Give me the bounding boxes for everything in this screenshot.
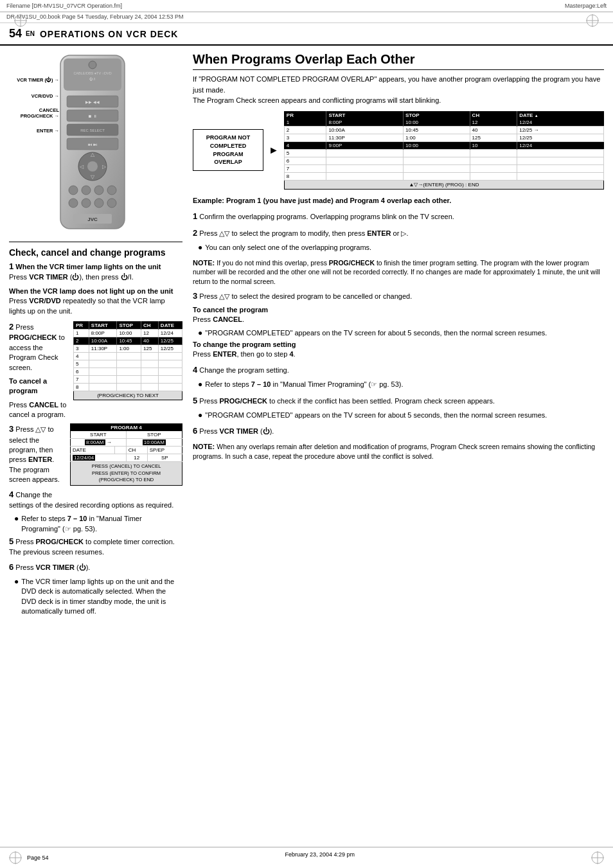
bullet-dot-rc: ● <box>198 328 202 337</box>
prog4-footer3: (PROG/CHECK) TO END <box>99 477 154 483</box>
prog4-spep-label: SP/EP <box>147 447 182 454</box>
prog-check-note: PROG/CHECK <box>329 259 375 267</box>
r-note-2-label: NOTE: <box>193 443 215 450</box>
step-3-number: 3 <box>9 424 13 434</box>
prog-check-bold-5: PROG/CHECK <box>35 538 84 545</box>
step-4-text: 4 Change the settings of the desired rec… <box>9 489 182 511</box>
footer-left: Page 54 <box>9 851 49 864</box>
left-section-divider <box>9 242 182 242</box>
footer-crosshair-right <box>591 851 604 864</box>
r-step-5-bullet: ● "PROGRAM COMPLETED" appears on the TV … <box>198 411 604 420</box>
bullet-dot-r2: ● <box>198 243 202 252</box>
svg-point-11 <box>94 186 103 195</box>
footer-page-num: Page 54 <box>27 855 49 861</box>
prog-check-table-wrapper: PR START STOP CH DATE 18:00P10:001212/24… <box>73 321 182 400</box>
r-cancel-text: Press CANCEL. <box>193 315 604 324</box>
cancel-sub-bold: To cancel a program <box>9 377 47 394</box>
r-step-4-bullet: ● Refer to steps 7 – 10 in "Manual Timer… <box>198 380 604 389</box>
table-row: 4 <box>74 353 182 360</box>
oth-pr: PR <box>284 111 326 119</box>
r-cancel-bullet-text: "PROGRAM COMPLETED" appears on the TV sc… <box>205 328 547 338</box>
enter-label: ENTER→ <box>9 128 59 134</box>
table-footer-cell: (PROG/CHECK) TO NEXT <box>74 391 182 400</box>
cancel-bold: CANCEL <box>29 401 58 409</box>
svg-text:⏻/I: ⏻/I <box>89 77 96 81</box>
r-step-2-num: 2 <box>193 228 197 238</box>
filename-label: Filename [DR-MV1SU_07VCR Operation.fm] <box>6 3 122 9</box>
oth-start: START <box>326 111 404 119</box>
step-1-text: Press VCR TIMER (⏻), then press ⏻/I. <box>9 272 182 282</box>
svg-text:REC SELECT: REC SELECT <box>80 128 105 132</box>
oth-ch: CH <box>470 111 517 119</box>
r-step-5-bullet-text: "PROGRAM COMPLETED" appears on the TV sc… <box>205 411 547 420</box>
oth-stop: STOP <box>404 111 470 119</box>
prog4-ch-label-cell <box>115 447 126 454</box>
prog4-values-row: 12/24/04 12 SP <box>71 454 182 462</box>
r-cancel-bullet: ● "PROGRAM COMPLETED" appears on the TV … <box>198 328 604 338</box>
svg-text:▽: ▽ <box>91 174 95 180</box>
r-step-4-bullet-text: Refer to steps 7 – 10 in "Manual Timer P… <box>205 380 403 389</box>
svg-point-2 <box>89 61 96 69</box>
r-step-6-num: 6 <box>193 426 197 436</box>
r-step-5-block: 5 Press PROG/CHECK to check if the confl… <box>193 395 604 421</box>
vcr-timer-label: VCR TIMER (⏻)→ <box>9 78 59 83</box>
cancel-label: CANCELPROG/CHECK→ <box>9 108 59 119</box>
page-title: OPERATIONS ON VCR DECK <box>40 29 178 39</box>
step-3-block: PROGRAM 4 START STOP 8:00AM → 10:00AM <box>9 423 182 618</box>
th-start: START <box>89 322 117 330</box>
r-change-text: Press ENTER, then go to step 4. <box>193 350 604 359</box>
cancel-bold-r: CANCEL <box>213 315 242 323</box>
r-note-1-box: NOTE: If you do not mind this overlap, p… <box>193 258 604 287</box>
vcr-timer-bold-6: VCR TIMER <box>35 563 75 571</box>
r-cancel-bold: To cancel the program <box>193 306 268 314</box>
step-2-block: PR START STOP CH DATE 18:00P10:001212/24… <box>9 321 182 423</box>
overlap-intro: If "PROGRAM NOT COMPLETED PROGRAM OVERLA… <box>193 74 604 106</box>
prog4-stop-hl: 10:00AM <box>143 439 166 445</box>
r-step-4-num: 4 <box>193 365 197 375</box>
prog4-footer-cell: PRESS (CANCEL) TO CANCEL PRESS (ENTER) T… <box>71 462 182 486</box>
ot-footer-row: ▲▽→(ENTER) (PROG) : END <box>284 180 603 189</box>
ot-row-7: 7 <box>284 164 603 172</box>
masterpage-label: Masterpage:Left <box>565 3 607 9</box>
prog4-start-hl: 8:00AM <box>85 439 105 445</box>
step-2-number: 2 <box>9 322 13 332</box>
remote-labels-group: VCR TIMER (⏻)→ VCR/DVD→ CANCELPROG/CHECK… <box>9 78 59 143</box>
overlap-screen-row: PROGRAM NOT COMPLETEDPROGRAM OVERLAP ► P… <box>193 111 604 190</box>
prog4-box-wrapper: PROGRAM 4 START STOP 8:00AM → 10:00AM <box>70 423 182 486</box>
prog4-ch-label: CH <box>126 447 147 454</box>
r-step-6-text: 6 Press VCR TIMER (⏻). <box>193 425 604 437</box>
right-column: When Programs Overlap Each Other If "PRO… <box>193 52 604 618</box>
svg-point-13 <box>69 199 78 208</box>
prog4-date-val: 12/24/04 <box>71 454 127 462</box>
prog4-labels-row: DATE CH SP/EP <box>71 447 182 454</box>
svg-text:▶▶ ◀◀: ▶▶ ◀◀ <box>85 100 100 104</box>
r-note-2-text: When any overlaps remain after deletion … <box>193 443 595 460</box>
th-date: DATE <box>158 322 182 330</box>
step-1-heading-text: When the VCR timer lamp lights on the un… <box>15 263 161 270</box>
main-content: JVC ▶▶ ◀◀ ⏹ ⏸ REC SELECT ⏮ ⏭ CABLE/DBS ●… <box>0 46 613 624</box>
r-step-1-text: 1 Confirm the overlapping programs. Over… <box>193 211 604 222</box>
bullet-dot-6: ● <box>14 577 19 586</box>
prog-check-bold: PROG/CHECK <box>9 333 57 341</box>
overlap-table: PR START STOP CH DATE ▲ 1 8:00P 10:00 12… <box>284 111 604 190</box>
step-4-bullet-text: Refer to steps 7 – 10 in "Manual Timer P… <box>21 514 182 534</box>
svg-text:⏮ ⏭: ⏮ ⏭ <box>88 143 97 146</box>
bold-7-10: 7 – 10 <box>67 515 87 522</box>
step-4-number: 4 <box>9 490 13 499</box>
enter-bold-rch: ENTER <box>213 350 236 358</box>
vcrdvd-bold: VCR/DVD <box>29 297 61 305</box>
svg-point-8 <box>87 161 98 172</box>
prog4-table: PROGRAM 4 START STOP 8:00AM → 10:00AM <box>70 423 182 486</box>
prog-check-table: PR START STOP CH DATE 18:00P10:001212/24… <box>73 321 182 400</box>
prog4-date-hl: 12/24/04 <box>73 455 95 461</box>
table-row: 7 <box>74 376 182 384</box>
footer-date: February 23, 2004 4:29 pm <box>285 851 355 864</box>
r-change-bold: To change the program setting <box>193 341 296 348</box>
ot-footer-cell: ▲▽→(ENTER) (PROG) : END <box>284 180 603 189</box>
svg-point-10 <box>82 186 91 195</box>
bullet-dot-r4: ● <box>198 380 202 389</box>
r-step-3-text: 3 Press △▽ to select the desired program… <box>193 290 604 302</box>
step-1b-text: Press VCR/DVD repeatedly so that the VCR… <box>9 296 182 316</box>
footer: Page 54 February 23, 2004 4:29 pm <box>0 847 613 868</box>
step-1b-heading: When the VCR lamp does not light up on t… <box>9 287 182 295</box>
